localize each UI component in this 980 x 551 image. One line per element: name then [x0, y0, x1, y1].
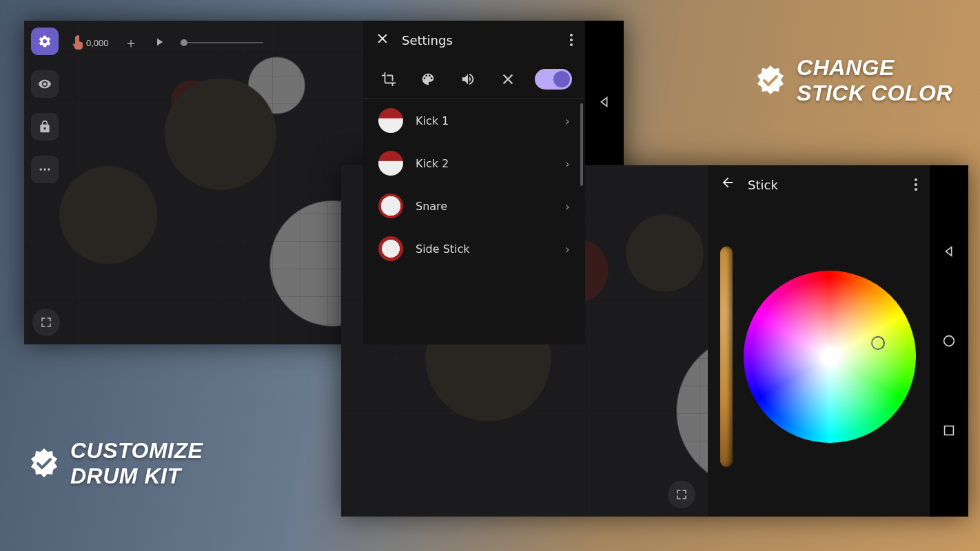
- instrument-thumb: [378, 108, 403, 133]
- stick-color-panel: Stick: [708, 165, 930, 517]
- instrument-thumb: [378, 194, 403, 218]
- triangle-back-icon: [597, 94, 612, 110]
- circle-home-icon: [941, 333, 957, 349]
- eye-icon: [38, 77, 52, 91]
- screenshot-customize-drumkit: 0,000 ＋ Settings: [24, 21, 624, 344]
- settings-header: Settings: [363, 21, 585, 59]
- color-panel-title: Stick: [748, 178, 902, 192]
- instrument-thumb: [378, 151, 403, 176]
- beat-counter-value: 0,000: [86, 38, 109, 48]
- instrument-thumb: [378, 236, 403, 261]
- fullscreen-button[interactable]: [668, 481, 695, 508]
- android-navbar: [930, 165, 968, 517]
- play-button[interactable]: [153, 36, 165, 50]
- volume-icon: [460, 72, 476, 87]
- arrow-left-icon: [720, 175, 735, 190]
- nav-back[interactable]: [597, 94, 612, 110]
- instrument-row-sidestick[interactable]: Side Stick ›: [363, 227, 585, 270]
- svg-point-1: [43, 168, 45, 170]
- instrument-label: Side Stick: [416, 242, 553, 256]
- verified-badge-icon: [28, 447, 61, 480]
- close-button[interactable]: [376, 32, 389, 49]
- fullscreen-button[interactable]: [32, 309, 60, 336]
- add-button[interactable]: ＋: [124, 36, 138, 50]
- close-icon: [376, 32, 389, 45]
- callout-text: CUSTOMIZE DRUM KIT: [70, 438, 203, 489]
- gear-icon: [38, 34, 52, 48]
- overflow-menu-button[interactable]: [570, 34, 573, 46]
- overflow-menu-button[interactable]: [915, 178, 917, 191]
- nav-recents[interactable]: [941, 423, 957, 438]
- instrument-row-snare[interactable]: Snare ›: [363, 185, 585, 227]
- back-button[interactable]: [720, 175, 735, 194]
- lock-button[interactable]: [31, 113, 59, 141]
- callout-text: CHANGE STICK COLOR: [797, 55, 952, 106]
- instrument-list: Kick 1 › Kick 2 › Snare › Side Stick ›: [363, 99, 585, 344]
- fullscreen-icon: [40, 316, 52, 329]
- callout-customize-drumkit: CUSTOMIZE DRUM KIT: [28, 438, 203, 489]
- player-bar: 0,000 ＋: [72, 30, 263, 55]
- settings-tabs: [363, 59, 585, 99]
- fullscreen-icon: [675, 488, 688, 501]
- tab-theme[interactable]: [416, 67, 440, 92]
- play-icon: [153, 36, 165, 48]
- close-x-icon: [500, 72, 515, 87]
- more-button[interactable]: [31, 156, 59, 183]
- tab-layout[interactable]: [376, 67, 401, 92]
- 3d-toggle[interactable]: [535, 69, 572, 90]
- color-panel-body: [708, 204, 930, 510]
- tab-sticks[interactable]: [496, 67, 520, 92]
- settings-title: Settings: [402, 33, 558, 48]
- nav-home[interactable]: [941, 333, 957, 349]
- chevron-right-icon: ›: [565, 156, 570, 171]
- scrollbar[interactable]: [580, 103, 583, 186]
- visibility-button[interactable]: [31, 70, 59, 98]
- color-wheel[interactable]: [744, 271, 916, 443]
- square-recents-icon: [941, 423, 957, 438]
- tab-sound[interactable]: [456, 67, 480, 92]
- instrument-row-kick1[interactable]: Kick 1 ›: [363, 99, 585, 142]
- settings-panel: Settings: [363, 21, 585, 344]
- beat-counter: 0,000: [72, 35, 109, 50]
- palette-icon: [420, 72, 436, 87]
- settings-gear-button[interactable]: [31, 28, 59, 55]
- device-screen: 0,000 ＋ Settings: [24, 21, 585, 344]
- instrument-label: Snare: [416, 200, 553, 213]
- svg-point-0: [40, 168, 42, 170]
- triangle-back-icon: [941, 244, 957, 259]
- color-picker-indicator[interactable]: [871, 336, 885, 350]
- chevron-right-icon: ›: [565, 114, 570, 128]
- crop-icon: [381, 72, 396, 87]
- nav-back[interactable]: [941, 244, 957, 259]
- tap-hand-icon: [72, 35, 83, 50]
- svg-rect-6: [945, 426, 954, 435]
- stick-preview: [720, 247, 733, 467]
- more-horizontal-icon: [38, 163, 52, 176]
- verified-badge-icon: [754, 64, 787, 97]
- color-panel-header: Stick: [708, 165, 930, 204]
- instrument-label: Kick 1: [416, 114, 553, 127]
- chevron-right-icon: ›: [565, 242, 570, 256]
- svg-point-5: [944, 336, 955, 346]
- track-progress[interactable]: [181, 42, 263, 43]
- left-toolbar: [31, 28, 59, 183]
- instrument-row-kick2[interactable]: Kick 2 ›: [363, 142, 585, 185]
- svg-point-2: [48, 168, 50, 170]
- instrument-label: Kick 2: [416, 157, 553, 170]
- lock-icon: [38, 120, 52, 134]
- callout-change-stick-color: CHANGE STICK COLOR: [754, 55, 952, 106]
- chevron-right-icon: ›: [565, 199, 570, 214]
